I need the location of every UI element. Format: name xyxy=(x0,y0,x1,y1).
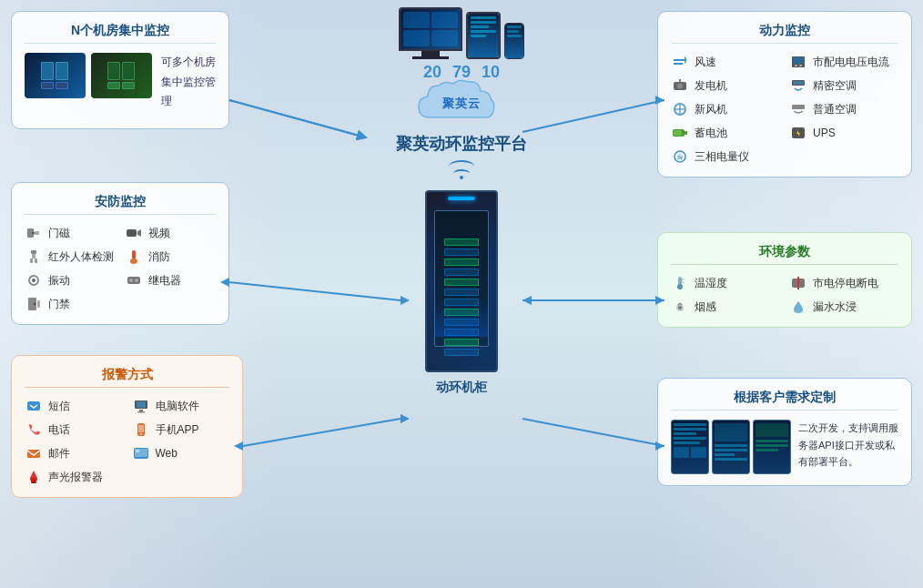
power-items: 风速 市配电电压电流 发电机 精密空调 xyxy=(671,53,898,166)
access-label: 门禁 xyxy=(48,297,70,312)
smoke-label: 烟感 xyxy=(695,299,716,315)
rack-unit xyxy=(444,289,479,296)
water-leak-label: 漏水水浸 xyxy=(813,299,857,315)
security-item-relay: 继电器 xyxy=(125,271,216,289)
cabinet-area: 动环机柜 xyxy=(425,190,498,396)
rack-unit xyxy=(444,279,479,286)
datacenter-desc: 可多个机房 集中监控管理 xyxy=(157,53,216,112)
screen-block xyxy=(431,12,458,28)
alarm-item-phone: 电话 xyxy=(25,421,123,439)
siren-icon xyxy=(25,468,43,486)
temp-humidity-label: 温湿度 xyxy=(695,276,727,291)
alarm-item-app: 手机APP xyxy=(132,421,230,439)
fire-label: 消防 xyxy=(148,249,170,265)
precision-ac-label: 精密空调 xyxy=(813,78,857,94)
access-icon xyxy=(25,295,43,313)
svg-rect-6 xyxy=(32,254,36,259)
battery-label: 蓄电池 xyxy=(695,126,727,141)
svg-point-10 xyxy=(130,259,137,264)
security-panel-title: 安防监控 xyxy=(25,194,216,215)
svg-rect-7 xyxy=(30,259,33,263)
env-item-temp-humidity: 温湿度 xyxy=(671,274,780,292)
rack-unit xyxy=(444,238,479,246)
temp-humidity-icon xyxy=(671,274,689,292)
svg-point-40 xyxy=(677,84,683,89)
vibration-icon xyxy=(25,271,43,289)
phone-screen xyxy=(504,23,524,59)
power-item-utility: 市配电电压电流 xyxy=(789,53,898,71)
svg-rect-21 xyxy=(137,401,146,408)
svg-rect-9 xyxy=(132,250,136,259)
vibration-label: 振动 xyxy=(48,273,70,289)
video-label: 视频 xyxy=(148,226,170,241)
svg-rect-22 xyxy=(139,410,143,411)
smoke-icon xyxy=(671,298,689,316)
battery-icon xyxy=(671,124,689,142)
alarm-item-sms: 短信 xyxy=(25,397,123,415)
sms-label: 短信 xyxy=(48,399,70,414)
datacenter-image-1 xyxy=(25,53,86,98)
3phase-icon: 3φ xyxy=(671,147,689,166)
phone-content xyxy=(505,24,523,58)
rack-unit xyxy=(444,339,479,346)
precision-ac-icon xyxy=(789,76,807,95)
alarm-item-email: 邮件 xyxy=(25,444,123,462)
power-item-generator: 发电机 xyxy=(671,76,780,95)
power-item-wind: 风速 xyxy=(671,53,780,71)
email-label: 邮件 xyxy=(48,446,70,461)
svg-rect-1 xyxy=(35,231,39,235)
env-item-water: 漏水水浸 xyxy=(789,298,898,316)
svg-point-2 xyxy=(32,232,35,235)
app-label: 手机APP xyxy=(156,422,199,438)
cloud-label: 聚英云 xyxy=(442,96,481,112)
power-item-fresh-air: 新风机 xyxy=(671,100,780,118)
ups-label: UPS xyxy=(813,127,836,139)
alarm-item-web: Web xyxy=(132,444,230,462)
alarm-item-pc: 电脑软件 xyxy=(132,397,230,415)
wifi-signal xyxy=(449,160,474,179)
main-container: 20 79 10 聚英云 聚英动环监控平台 xyxy=(0,0,923,588)
water-leak-icon xyxy=(789,298,807,316)
custom-screen-1 xyxy=(671,420,709,474)
center-column: 20 79 10 聚英云 聚英动环监控平台 xyxy=(361,0,562,396)
utility-icon xyxy=(789,53,807,71)
svg-rect-47 xyxy=(685,131,687,135)
svg-rect-32 xyxy=(31,481,36,483)
svg-point-26 xyxy=(140,433,142,435)
svg-rect-37 xyxy=(795,65,797,66)
svg-rect-5 xyxy=(31,250,36,254)
web-icon xyxy=(132,444,150,462)
ups-icon xyxy=(789,124,807,142)
svg-rect-19 xyxy=(27,401,40,411)
fire-icon xyxy=(125,248,143,266)
svg-text:3φ: 3φ xyxy=(677,155,684,160)
security-item-video: 视频 xyxy=(125,224,216,242)
svg-rect-45 xyxy=(792,105,805,109)
env-item-power-outage: 市电停电断电 xyxy=(789,274,898,292)
power-item-precision-ac: 精密空调 xyxy=(789,76,898,95)
security-item-vibration: 振动 xyxy=(25,271,116,289)
svg-rect-17 xyxy=(37,300,40,308)
security-item-pir: 红外人体检测 xyxy=(25,248,116,266)
relay-label: 继电器 xyxy=(148,273,181,289)
custom-screens xyxy=(671,420,791,474)
cabinet xyxy=(425,190,498,372)
svg-point-54 xyxy=(677,284,683,289)
security-item-door-magnetic: 门磁 xyxy=(25,224,116,242)
siren-label: 声光报警器 xyxy=(48,470,103,485)
power-item-ups: UPS xyxy=(789,124,898,142)
fresh-air-label: 新风机 xyxy=(695,102,727,117)
sms-icon xyxy=(25,397,43,415)
panel-env: 环境参数 温湿度 市电停电断电 烟感 xyxy=(657,232,912,328)
power-item-3phase: 3φ 三相电量仪 xyxy=(671,147,780,166)
screen-block xyxy=(431,30,458,46)
svg-point-12 xyxy=(32,279,36,282)
security-item-fire: 消防 xyxy=(125,248,216,266)
phone-call-icon xyxy=(25,421,43,439)
cloud-shape: 聚英云 xyxy=(411,76,512,131)
cabinet-rack xyxy=(444,238,479,356)
panel-custom: 根据客户需求定制 xyxy=(657,378,912,486)
regular-ac-icon xyxy=(789,100,807,118)
pc-icon xyxy=(132,397,150,415)
platform-area: 20 79 10 聚英云 聚英动环监控平台 xyxy=(396,7,527,155)
